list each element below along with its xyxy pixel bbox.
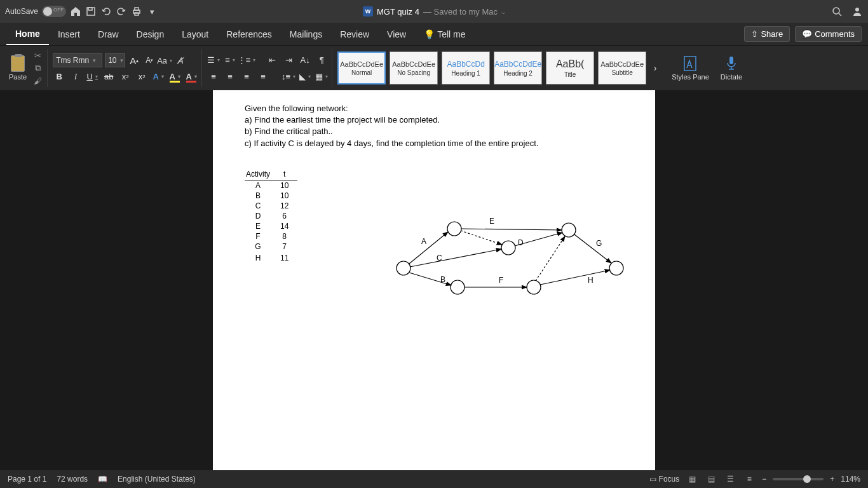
decrease-indent-icon[interactable]: ⇤ (266, 53, 278, 66)
justify-icon[interactable]: ≡ (257, 70, 269, 83)
multilevel-list-icon[interactable]: ⋮≡▾ (240, 53, 253, 66)
tab-layout[interactable]: Layout (173, 24, 217, 44)
borders-icon[interactable]: ▦▾ (315, 70, 328, 83)
line-spacing-icon[interactable]: ↕≡▾ (282, 70, 295, 83)
web-layout-icon[interactable]: ▤ (705, 473, 717, 485)
spell-check-icon[interactable]: 📖 (98, 475, 107, 484)
text-line[interactable]: b) Find the critical path.. (245, 126, 623, 137)
table-row[interactable]: F8 (245, 231, 297, 241)
tab-review[interactable]: Review (331, 24, 378, 44)
table-row[interactable]: E14 (245, 221, 297, 231)
zoom-slider[interactable] (773, 478, 824, 480)
autosave-label: AutoSave (5, 7, 38, 16)
text-line[interactable]: c) If activity C is delayed by 4 days, f… (245, 138, 623, 149)
table-row[interactable]: B10 (245, 191, 297, 201)
shading-icon[interactable]: ◣▾ (299, 70, 311, 83)
print-icon[interactable] (131, 6, 142, 17)
tab-mailings[interactable]: Mailings (281, 24, 331, 44)
autosave-toggle[interactable]: OFF (42, 6, 66, 17)
network-diagram[interactable]: A B C D E F G H (391, 211, 632, 319)
highlight-button[interactable]: A▾ (168, 70, 181, 83)
zoom-out-button[interactable]: − (762, 475, 766, 484)
activity-table[interactable]: Activity t A10B10C12D6E14F8G7H11 (245, 168, 297, 263)
page-status[interactable]: Page 1 of 1 (8, 475, 46, 484)
share-button[interactable]: ⇧Share (744, 26, 790, 42)
align-center-icon[interactable]: ≡ (224, 70, 236, 83)
table-row[interactable]: A10 (245, 180, 297, 191)
align-left-icon[interactable]: ≡ (207, 70, 220, 83)
style-normal[interactable]: AaBbCcDdEeNormal (337, 51, 386, 85)
styles-pane-button[interactable]: Styles Pane (667, 55, 714, 81)
underline-button[interactable]: U▾ (86, 70, 98, 83)
bullets-icon[interactable]: ☰▾ (207, 53, 220, 66)
cut-icon[interactable]: ✂ (32, 50, 43, 60)
font-color-button[interactable]: A▾ (185, 70, 198, 83)
tab-insert[interactable]: Insert (49, 24, 89, 44)
change-case-icon[interactable]: Aa▾ (158, 54, 171, 67)
format-painter-icon[interactable]: 🖌 (32, 76, 43, 86)
align-right-icon[interactable]: ≡ (240, 70, 253, 83)
style-no-spacing[interactable]: AaBbCcDdEeNo Spacing (390, 51, 438, 85)
styles-more-icon[interactable]: › (649, 62, 661, 74)
body-text[interactable]: Given the following network: a) Find the… (245, 103, 623, 149)
zoom-level[interactable]: 114% (841, 475, 860, 484)
draft-view-icon[interactable]: ≡ (743, 473, 756, 485)
undo-icon[interactable] (100, 6, 112, 17)
language-status[interactable]: English (United States) (118, 475, 196, 484)
autosave-toggle-group: AutoSave OFF (5, 6, 66, 17)
show-marks-icon[interactable]: ¶ (315, 53, 328, 66)
sort-icon[interactable]: A↓ (299, 53, 311, 66)
svg-point-10 (447, 222, 461, 236)
outline-view-icon[interactable]: ☰ (724, 473, 736, 485)
home-icon[interactable] (70, 6, 81, 17)
increase-indent-icon[interactable]: ⇥ (282, 53, 295, 66)
table-header[interactable]: t (279, 168, 297, 180)
subscript-button[interactable]: x2 (119, 70, 132, 83)
tab-design[interactable]: Design (128, 24, 173, 44)
focus-mode[interactable]: ▭Focus (649, 475, 680, 484)
text-effects-button[interactable]: A▾ (152, 70, 165, 83)
tab-home[interactable]: Home (6, 24, 49, 45)
save-icon[interactable] (85, 6, 97, 17)
user-account-icon[interactable] (851, 6, 863, 17)
dictate-button[interactable]: Dictate (715, 55, 747, 81)
search-icon[interactable] (831, 6, 843, 17)
italic-button[interactable]: I (69, 70, 82, 83)
redo-icon[interactable] (116, 6, 127, 17)
table-header[interactable]: Activity (245, 168, 279, 180)
decrease-font-icon[interactable]: A▾ (143, 54, 156, 67)
table-row[interactable]: H11 (245, 253, 297, 263)
numbering-icon[interactable]: ≡▾ (224, 53, 236, 66)
style-heading-2[interactable]: AaBbCcDdEeHeading 2 (494, 51, 542, 85)
style-subtitle[interactable]: AaBbCcDdEeSubtitle (598, 51, 646, 85)
text-line[interactable]: Given the following network: (245, 103, 623, 114)
tab-references[interactable]: References (217, 24, 281, 44)
edge-label: G (596, 239, 602, 248)
bold-button[interactable]: B (53, 70, 65, 83)
word-count[interactable]: 72 words (57, 475, 88, 484)
strikethrough-button[interactable]: ab (102, 70, 115, 83)
document-page[interactable]: Given the following network: a) Find the… (213, 90, 655, 470)
text-line[interactable]: a) Find the earliest time the project wi… (245, 114, 623, 126)
paste-button[interactable]: Paste (9, 55, 27, 81)
print-layout-icon[interactable]: ▦ (686, 473, 698, 485)
copy-icon[interactable]: ⧉ (32, 63, 43, 73)
comments-button[interactable]: 💬Comments (795, 26, 862, 42)
table-row[interactable]: D6 (245, 211, 297, 221)
table-row[interactable]: G7 (245, 241, 297, 252)
clear-formatting-icon[interactable]: A̸ (173, 54, 186, 67)
document-area[interactable]: Given the following network: a) Find the… (0, 90, 868, 470)
style-heading-1[interactable]: AaBbCcDdHeading 1 (442, 51, 490, 85)
tab-draw[interactable]: Draw (89, 24, 128, 44)
font-size-selector[interactable]: 10▼ (105, 53, 125, 67)
superscript-button[interactable]: x2 (135, 70, 148, 83)
table-row[interactable]: C12 (245, 201, 297, 211)
font-name-selector[interactable]: Tms Rmn▼ (53, 53, 102, 67)
zoom-in-button[interactable]: + (830, 475, 834, 484)
style-title[interactable]: AaBb(Title (546, 51, 594, 85)
increase-font-icon[interactable]: A▴ (128, 54, 140, 67)
customize-toolbar-icon[interactable]: ▾ (146, 6, 158, 17)
chevron-down-icon[interactable]: ⌵ (501, 8, 505, 15)
tell-me[interactable]: 💡Tell me (415, 24, 474, 44)
tab-view[interactable]: View (378, 24, 415, 44)
